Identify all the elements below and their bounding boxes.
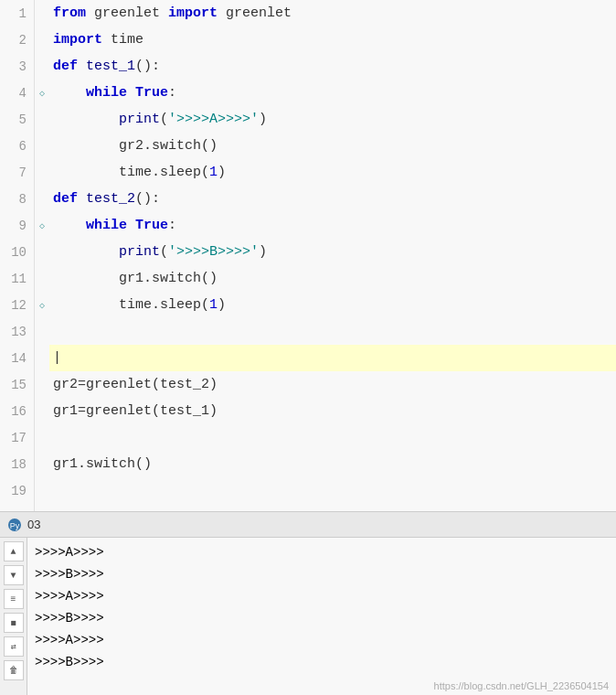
- token-num: 1: [209, 297, 218, 313]
- code-line: time.sleep(1): [49, 159, 616, 186]
- token-plain: time.sleep(: [119, 165, 209, 180]
- line-number: 1: [7, 0, 27, 27]
- clear-button[interactable]: 🗑: [4, 660, 24, 680]
- fold-marker: [35, 265, 49, 292]
- fold-marker: [35, 477, 49, 504]
- token-kw: True: [135, 218, 168, 233]
- code-area: 12345678910111213141516171819 ◇◇◇ from g…: [0, 0, 616, 511]
- fold-marker: [35, 106, 49, 133]
- code-line: from greenlet import greenlet: [49, 0, 616, 27]
- code-line: while True:: [49, 212, 616, 239]
- console-watermark: https://blog.csdn.net/GLH_2236504154: [434, 680, 609, 691]
- fold-marker: [35, 186, 49, 212]
- token-plain: [53, 85, 86, 101]
- stop-button[interactable]: ◼: [4, 613, 24, 633]
- line-number: 2: [7, 27, 27, 53]
- output-line: >>>>A>>>>: [35, 541, 609, 563]
- line-number: 16: [7, 398, 27, 424]
- token-kw: while: [86, 218, 127, 233]
- token-plain: (: [160, 244, 168, 260]
- token-str: '>>>>B>>>>': [168, 244, 259, 260]
- code-lines[interactable]: from greenlet import greenletimport time…: [49, 0, 616, 511]
- token-plain: greenlet: [86, 5, 168, 21]
- output-line: >>>>B>>>>: [35, 563, 609, 585]
- console-output: >>>>A>>>>>>>>B>>>>>>>>A>>>>>>>>B>>>>>>>>…: [27, 538, 616, 695]
- code-editor: 12345678910111213141516171819 ◇◇◇ from g…: [0, 0, 616, 512]
- fold-marker: [35, 53, 49, 80]
- fold-marker: [35, 0, 49, 27]
- token-plain: ): [218, 297, 226, 313]
- token-plain: [53, 218, 86, 233]
- token-fn: print: [119, 244, 160, 260]
- fold-marker: [35, 371, 49, 398]
- fold-marker[interactable]: ◇: [35, 80, 49, 106]
- code-line: time.sleep(1): [49, 292, 616, 318]
- fold-marker[interactable]: ◇: [35, 212, 49, 239]
- code-line: gr1=greenlet(test_1): [49, 398, 616, 424]
- fold-marker: [35, 133, 49, 159]
- token-kw: import: [53, 32, 102, 48]
- token-plain: greenlet: [218, 5, 292, 21]
- token-plain: ): [259, 112, 267, 127]
- token-num: 1: [209, 165, 218, 180]
- token-plain: :: [168, 85, 176, 101]
- console-header: Py 03: [0, 512, 616, 538]
- token-str: '>>>>A>>>>': [168, 112, 259, 127]
- line-number: 18: [7, 451, 27, 477]
- console-body: ▲▼≡◼⇄🗑 >>>>A>>>>>>>>B>>>>>>>>A>>>>>>>>B>…: [0, 538, 616, 695]
- code-line: gr1.switch(): [49, 265, 616, 292]
- code-line: print('>>>>A>>>>'): [49, 106, 616, 133]
- output-line: >>>>B>>>>: [35, 651, 609, 673]
- menu-button[interactable]: ≡: [4, 589, 24, 609]
- fold-marker: [35, 398, 49, 424]
- token-plain: ): [259, 244, 267, 260]
- token-plain: gr1.switch(): [53, 456, 152, 472]
- scroll-up-button[interactable]: ▲: [4, 541, 24, 561]
- token-plain: [53, 138, 119, 154]
- line-number: 17: [7, 424, 27, 451]
- line-number: 15: [7, 371, 27, 398]
- token-plain: :: [168, 218, 176, 233]
- token-plain: (: [160, 112, 168, 127]
- token-plain: |: [53, 350, 61, 366]
- line-number: 8: [7, 186, 27, 212]
- token-plain: time: [102, 32, 143, 48]
- token-plain: [78, 191, 86, 207]
- line-number: 9: [7, 212, 27, 239]
- code-line: gr2.switch(): [49, 133, 616, 159]
- code-line: gr1.switch(): [49, 451, 616, 477]
- line-number: 19: [7, 477, 27, 504]
- code-line: [49, 318, 616, 345]
- token-plain: gr1=greenlet(test_1): [53, 403, 218, 419]
- token-plain: ():: [135, 191, 160, 207]
- code-line: |: [49, 345, 616, 371]
- rerun-button[interactable]: ⇄: [4, 636, 24, 657]
- token-kw: def: [53, 59, 78, 74]
- token-plain: [53, 244, 119, 260]
- console-sidebar: ▲▼≡◼⇄🗑: [0, 538, 27, 695]
- code-line: while True:: [49, 80, 616, 106]
- code-line: def test_1():: [49, 53, 616, 80]
- fold-marker: [35, 159, 49, 186]
- fold-marker: [35, 451, 49, 477]
- line-number: 11: [7, 265, 27, 292]
- fold-gutter: ◇◇◇: [35, 0, 49, 511]
- output-line: >>>>B>>>>: [35, 607, 609, 629]
- token-fn: test_1: [86, 59, 135, 74]
- line-number: 10: [7, 239, 27, 265]
- token-kw: def: [53, 191, 78, 207]
- token-kw: from: [53, 5, 86, 21]
- fold-marker: [35, 239, 49, 265]
- token-plain: gr2=greenlet(test_2): [53, 377, 218, 392]
- token-plain: [127, 218, 135, 233]
- fold-marker: [35, 318, 49, 345]
- scroll-down-button[interactable]: ▼: [4, 565, 24, 585]
- line-number: 6: [7, 133, 27, 159]
- code-line: [49, 424, 616, 451]
- code-line: [49, 477, 616, 504]
- fold-marker[interactable]: ◇: [35, 292, 49, 318]
- console-python-icon: Py: [7, 518, 22, 532]
- line-number: 7: [7, 159, 27, 186]
- token-plain: [53, 271, 119, 286]
- token-kw: import: [168, 5, 218, 21]
